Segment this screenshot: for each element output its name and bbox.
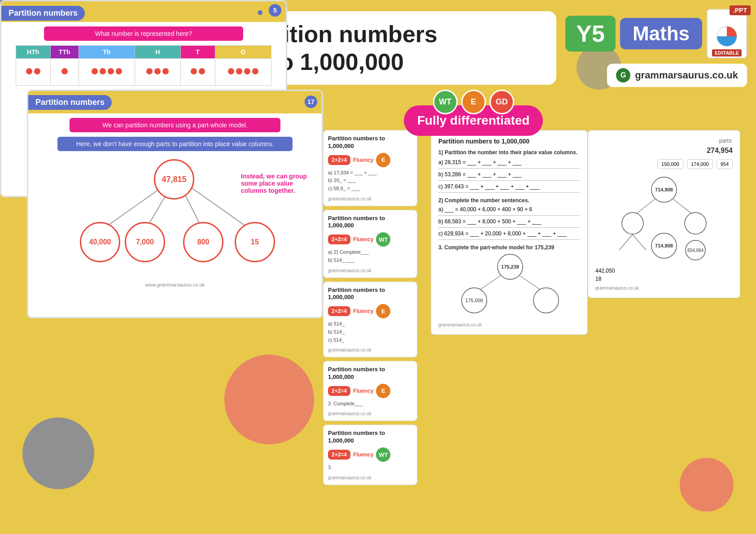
bp1-tree: 175,239 175,000 [438,253,580,321]
svg-line-18 [619,234,633,250]
fluency-text-4: Fluency [353,388,373,394]
bp2-part-2: 174,000 [687,159,713,169]
e-badge: E [461,90,486,114]
fluency-icon-4: 2+2=4 [328,386,350,396]
h-cell [135,59,180,86]
diff-badge-container: WT E GD Fully differentiated [404,90,543,136]
svg-text:714,908: 714,908 [655,187,673,192]
ppt-tag: .PPT [730,5,751,15]
ws-item: b) 514_ ___ [328,256,412,265]
ws-item: 3. Complete___ [328,400,412,408]
bp1-footer: grammarsaurus.co.uk [438,322,580,327]
col-h: H [135,46,180,59]
ws-item: b) 514_ [328,328,412,336]
ws-content-1: a) 17,034 = ___ + ___ b) 20_ = ___ c) 58… [328,169,412,193]
ppt-icon: .PPT EDITABLE [707,9,747,58]
ws-item: a) 514_ [328,320,412,328]
bp2-footer: grammarsaurus.co.uk [595,286,733,291]
slide-1-header: Partition numbers 5 ● [1,1,286,22]
slide-1-question: What number is represented here? [1,26,286,41]
grammarsaurus-badge: G grammarsaurus.co.uk [607,64,747,87]
pw-side-text: Instead, we can group some place value c… [241,173,313,194]
level-badge-4: E [376,384,390,398]
ws-fluency-row-5: 2+2=4 Fluency WT [328,447,412,462]
tth-cell [50,59,79,86]
svg-text:654,064: 654,064 [687,248,704,253]
ws-fluency-row-3: 2+2=4 Fluency E [328,304,412,318]
ws-title-2: Partition numbers to 1,000,000 [328,215,412,230]
bp1-instruction3: 3. Complete the part-whole model for 175… [438,244,580,251]
bp2-num2: 18 [595,276,733,282]
ws-title-1: Partition numbers to 1,000,000 [328,135,412,150]
col-o: O [215,46,271,59]
pw-child-4: 15 [235,222,275,262]
svg-line-19 [633,234,646,250]
fluency-icon-2: 2+2=4 [328,234,350,244]
ws-card-4: Partition numbers to 1,000,000 2+2=4 Flu… [323,361,417,421]
ws-fluency-row-4: 2+2=4 Fluency E [328,384,412,398]
ppt-chart-icon [713,25,740,48]
t-cell [180,59,215,86]
slide-2-number: 17 [305,96,317,108]
grammarsaurus-url: grammarsaurus.co.uk [635,69,738,81]
ws-card-3: Partition numbers to 1,000,000 2+2=4 Flu… [323,282,417,358]
bp2-parts-row: 150,000 174,000 954 [595,159,733,169]
maths-badge: Maths [620,18,702,49]
gd-badge: GD [489,90,514,114]
year-badge: Y5 [565,16,616,52]
wt-badge: WT [433,90,458,114]
fluency-icon-1: 2+2=4 [328,155,350,165]
svg-text:714,908: 714,908 [655,243,673,248]
fluency-text-1: Fluency [353,157,373,163]
slide-1-title: Partition numbers [1,6,85,21]
ws-content-2: a) 2) Complete___ b) 514_ ___ [328,248,412,264]
bp2-tree-svg: 714,908 714,908 654,064 [597,176,731,261]
bp2-tree: 714,908 714,908 654,064 [595,176,733,266]
bp2-num1: 442,050 [595,268,733,274]
ws-item: c) 58,9_ = ___ [328,185,412,193]
slide-2-header: Partition numbers 17 [28,91,322,113]
ws-fluency-row-2: 2+2=4 Fluency WT [328,232,412,247]
table-row [16,59,271,86]
svg-point-16 [622,213,643,234]
level-badge-5: WT [376,447,390,462]
level-badge-2: WT [376,232,390,247]
editable-label: EDITABLE [712,49,742,56]
place-value-table: HTh TTh Th H T O [16,45,272,86]
ws-footer-2: grammarsaurus.co.uk [328,268,412,273]
col-th: Th [79,46,135,59]
fluency-text-3: Fluency [353,308,373,314]
bp1-instruction2: 2) Complete the number sentences. [438,197,580,204]
ws-item: a) 17,034 = ___ + ___ [328,169,412,177]
ws-content-5: 3. [328,464,412,472]
bp2-note: parts: [595,138,733,144]
bp2-part-1: 150,000 [657,159,683,169]
col-hth: HTh [16,46,50,59]
bp1-line-c: c) 397,643 = ___ + ___ + ___ + ___ + ___ [438,183,580,190]
part-whole-diagram: 47,815 Instead, we can group some place … [28,155,322,280]
th-cell [79,59,135,86]
ws-card-5: Partition numbers to 1,000,000 2+2=4 Flu… [323,425,417,485]
o-cell [215,59,271,86]
bp1-line2-a: a) ___ = 40,000 + 6,000 + 400 + 90 + 6 [438,206,580,213]
ws-title-4: Partition numbers to 1,000,000 [328,366,412,381]
slide-2-front: Partition numbers 17 We can partition nu… [27,90,323,318]
ws-content-4: 3. Complete___ [328,400,412,408]
big-preview-2: parts: 274,954 150,000 174,000 954 714,9… [588,130,740,298]
year-maths-row: Y5 Maths .PPT EDITABLE [565,9,747,58]
svg-point-11 [533,288,559,313]
grammarsaurus-logo: G [616,68,630,82]
bp2-part-3: 954 [717,159,733,169]
bp1-line-a: a) 28,315 = ___ + ___ + ___ + ___ [438,159,580,165]
ws-fluency-row-1: 2+2=4 Fluency E [328,153,412,167]
ws-item: b) 20_ = ___ [328,177,412,185]
svg-text:175,239: 175,239 [501,264,519,269]
bp1-title: Partition numbers to 1,000,000 [438,138,580,145]
bp1-instruction: 1) Partition the number into their place… [438,149,580,156]
ws-footer-4: grammarsaurus.co.uk [328,411,412,416]
fluency-text-2: Fluency [353,236,373,243]
right-header: Y5 Maths .PPT EDITABLE G grammarsaurus.c… [565,9,747,87]
ws-content-3: a) 514_ b) 514_ c) 514_ [328,320,412,344]
svg-point-17 [685,213,706,234]
level-badge-3: E [376,304,390,318]
